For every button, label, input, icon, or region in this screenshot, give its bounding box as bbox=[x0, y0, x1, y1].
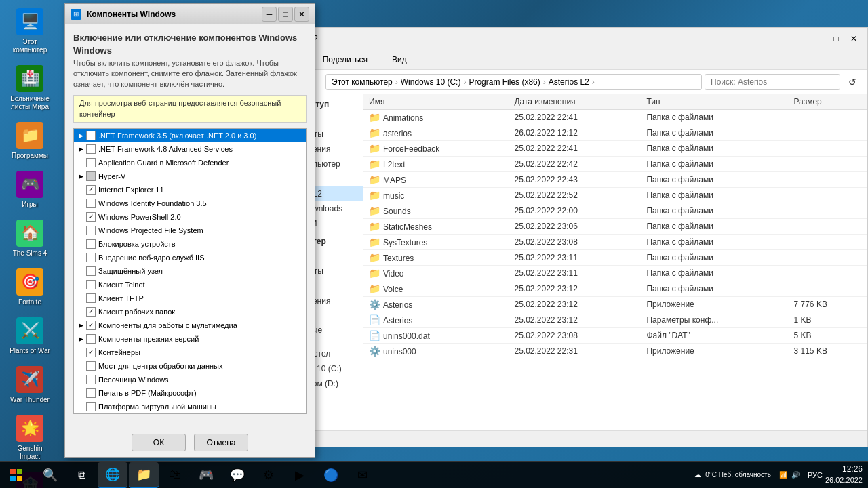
col-name[interactable]: Имя bbox=[363, 94, 509, 110]
dialog-maximize-button[interactable]: □ bbox=[278, 7, 293, 22]
table-row[interactable]: ⚙️Asterios 25.02.2022 23:12 Приложение 7… bbox=[363, 297, 867, 312]
comp-checkbox-ie11[interactable]: ✓ bbox=[86, 185, 96, 195]
taskbar-store-button[interactable]: 🛍 bbox=[160, 462, 190, 488]
comp-item-sechost[interactable]: Защищённый узел bbox=[74, 264, 306, 278]
comp-checkbox-webcore[interactable] bbox=[86, 253, 96, 262]
comp-expand-workfolder[interactable] bbox=[77, 308, 85, 316]
comp-expand-blockdev[interactable] bbox=[77, 240, 85, 248]
table-row[interactable]: 📄Asterios 25.02.2022 23:12 Параметры кон… bbox=[363, 312, 867, 328]
comp-checkbox-wpfs[interactable] bbox=[86, 226, 96, 235]
ribbon-tab-share[interactable]: Поделиться bbox=[316, 51, 374, 68]
fe-minimize-button[interactable]: ─ bbox=[810, 30, 827, 47]
desktop-icon-wow[interactable]: ⚔️ Plants of War bbox=[5, 314, 54, 358]
comp-checkbox-net35[interactable]: ✓ bbox=[86, 131, 96, 140]
comp-item-tftp[interactable]: Клиент TFTP bbox=[74, 291, 306, 305]
comp-checkbox-wif[interactable] bbox=[86, 199, 96, 208]
ribbon-tab-view[interactable]: Вид bbox=[385, 51, 414, 68]
comp-checkbox-sandbox[interactable] bbox=[86, 375, 96, 384]
comp-checkbox-pdfprint[interactable] bbox=[86, 388, 96, 398]
comp-item-wslpla[interactable]: Платформа низкоуровневой оболочки Window… bbox=[74, 413, 306, 414]
nav-refresh-button[interactable]: ↺ bbox=[843, 73, 862, 92]
table-row[interactable]: 📁ForceFeedback 25.02.2022 22:41 Папка с … bbox=[363, 141, 867, 157]
table-row[interactable]: ⚙️unins000 25.02.2022 22:31 Приложение 3… bbox=[363, 344, 867, 359]
table-row[interactable]: 📄unins000.dat 25.02.2022 23:08 Файл "DAT… bbox=[363, 328, 867, 344]
table-row[interactable]: 📁asterios 26.02.2022 12:12 Папка с файла… bbox=[363, 125, 867, 141]
desktop-icon-computer[interactable]: 🖥️ Этот компьютер bbox=[5, 5, 54, 57]
comp-expand-net35[interactable]: ▶ bbox=[77, 131, 85, 140]
comp-item-media[interactable]: ▶ ✓ Компоненты для работы с мультимедиа bbox=[74, 319, 306, 332]
comp-item-webcore[interactable]: Внедрение веб-ядро служб IIS bbox=[74, 251, 306, 264]
comp-expand-wpfs[interactable] bbox=[77, 226, 85, 235]
col-size[interactable]: Размер bbox=[789, 94, 867, 110]
col-date[interactable]: Дата изменения bbox=[509, 94, 641, 110]
comp-checkbox-blockdev[interactable] bbox=[86, 239, 96, 249]
comp-item-dchub[interactable]: Мост для центра обработки данных bbox=[74, 359, 306, 373]
col-type[interactable]: Тип bbox=[641, 94, 788, 110]
desktop-icon-sims[interactable]: 🏠 The Sims 4 bbox=[5, 217, 54, 260]
comp-item-sandbox[interactable]: Песочница Windows bbox=[74, 373, 306, 386]
comp-item-appguard[interactable]: Application Guard в Microsoft Defender bbox=[74, 156, 306, 169]
taskbar-taskview-button[interactable]: ⧉ bbox=[66, 462, 96, 488]
desktop-icon-fortnite[interactable]: 🎯 Fortnite bbox=[5, 266, 54, 309]
comp-expand-sechost[interactable] bbox=[77, 267, 85, 275]
comp-expand-dchub[interactable] bbox=[77, 362, 85, 370]
comp-expand-appguard[interactable] bbox=[77, 159, 85, 167]
comp-expand-hyperv[interactable]: ▶ bbox=[77, 172, 85, 180]
table-row[interactable]: 📁Textures 25.02.2022 23:11 Папка с файла… bbox=[363, 250, 867, 266]
comp-item-pdfprint[interactable]: Печать в PDF (Майкрософт) bbox=[74, 386, 306, 400]
comp-expand-wif[interactable] bbox=[77, 199, 85, 207]
table-row[interactable]: 📁Animations 25.02.2022 22:41 Папка с фай… bbox=[363, 110, 867, 125]
comp-expand-tftp[interactable] bbox=[77, 294, 85, 302]
comp-expand-legacy[interactable]: ▶ bbox=[77, 335, 85, 343]
comp-checkbox-appguard[interactable] bbox=[86, 158, 96, 167]
fe-maximize-button[interactable]: □ bbox=[828, 30, 844, 47]
comp-item-wif[interactable]: Windows Identity Foundation 3.5 bbox=[74, 197, 306, 210]
comp-item-telnet[interactable]: Клиент Telnet bbox=[74, 278, 306, 291]
taskbar-settings-button[interactable]: ⚙ bbox=[254, 462, 283, 488]
comp-item-vmpla[interactable]: Платформа виртуальной машины bbox=[74, 400, 306, 413]
dialog-close-button[interactable]: ✕ bbox=[294, 7, 309, 22]
comp-item-workfolder[interactable]: ✓ Клиент рабочих папок bbox=[74, 305, 306, 319]
comp-item-ie11[interactable]: ✓ Internet Explorer 11 bbox=[74, 183, 306, 197]
taskbar-steam-button[interactable]: 🎮 bbox=[191, 462, 221, 488]
comp-checkbox-hyperv[interactable] bbox=[86, 171, 96, 181]
comp-checkbox-tftp[interactable] bbox=[86, 293, 96, 303]
comp-checkbox-legacy[interactable] bbox=[86, 334, 96, 344]
nav-breadcrumb[interactable]: Этот компьютер › Windows 10 (C:) › Progr… bbox=[326, 74, 702, 90]
dialog-ok-button[interactable]: ОК bbox=[132, 434, 186, 451]
comp-item-hyperv[interactable]: ▶ Hyper-V bbox=[74, 169, 306, 183]
comp-expand-vmpla[interactable] bbox=[77, 403, 85, 411]
comp-checkbox-media[interactable]: ✓ bbox=[86, 321, 96, 330]
table-row[interactable]: 📁Sounds 25.02.2022 22:00 Папка с файлами bbox=[363, 203, 867, 219]
comp-item-legacy[interactable]: ▶ Компоненты прежних версий bbox=[74, 332, 306, 346]
comp-item-containers[interactable]: ✓ Контейнеры bbox=[74, 346, 306, 359]
table-row[interactable]: 📁music 25.02.2022 22:52 Папка с файлами bbox=[363, 188, 867, 203]
comp-checkbox-containers[interactable]: ✓ bbox=[86, 348, 96, 357]
comp-expand-ps20[interactable] bbox=[77, 213, 85, 221]
table-row[interactable]: 📁MAPS 25.02.2022 22:43 Папка с файлами bbox=[363, 172, 867, 188]
comp-checkbox-telnet[interactable] bbox=[86, 280, 96, 289]
fe-close-button[interactable]: ✕ bbox=[846, 30, 862, 47]
table-row[interactable]: 📁Video 25.02.2022 23:11 Папка с файлами bbox=[363, 266, 867, 281]
desktop-icon-genshin[interactable]: 🌟 Genshin Impact bbox=[5, 412, 54, 464]
taskbar-clock[interactable]: 12:26 26.02.2022 bbox=[825, 464, 863, 485]
comp-expand-containers[interactable] bbox=[77, 348, 85, 357]
comp-item-blockdev[interactable]: Блокировка устройств bbox=[74, 237, 306, 251]
comp-item-net48[interactable]: ▶ .NET Framework 4.8 Advanced Services bbox=[74, 142, 306, 156]
desktop-icon-warthunder[interactable]: ✈️ War Thunder bbox=[5, 363, 54, 407]
taskbar-youtube-button[interactable]: ▶ bbox=[285, 462, 315, 488]
dialog-cancel-button[interactable]: Отмена bbox=[194, 434, 248, 451]
comp-expand-ie11[interactable] bbox=[77, 186, 85, 194]
comp-checkbox-vmpla[interactable] bbox=[86, 402, 96, 411]
comp-expand-net48[interactable]: ▶ bbox=[77, 145, 85, 153]
search-input[interactable] bbox=[705, 74, 840, 90]
table-row[interactable]: 📁SysTextures 25.02.2022 23:08 Папка с фа… bbox=[363, 235, 867, 250]
taskbar-chrome-button[interactable]: 🔵 bbox=[316, 462, 346, 488]
comp-expand-sandbox[interactable] bbox=[77, 375, 85, 384]
dialog-minimize-button[interactable]: ─ bbox=[262, 7, 277, 22]
comp-checkbox-ps20[interactable]: ✓ bbox=[86, 212, 96, 222]
comp-item-net35[interactable]: ▶ ✓ .NET Framework 3.5 (включает .NET 2.… bbox=[74, 129, 306, 142]
comp-checkbox-net48[interactable] bbox=[86, 144, 96, 154]
taskbar-explorer-button[interactable]: 📁 bbox=[129, 462, 159, 488]
table-row[interactable]: 📁StaticMeshes 25.02.2022 23:06 Папка с ф… bbox=[363, 219, 867, 235]
